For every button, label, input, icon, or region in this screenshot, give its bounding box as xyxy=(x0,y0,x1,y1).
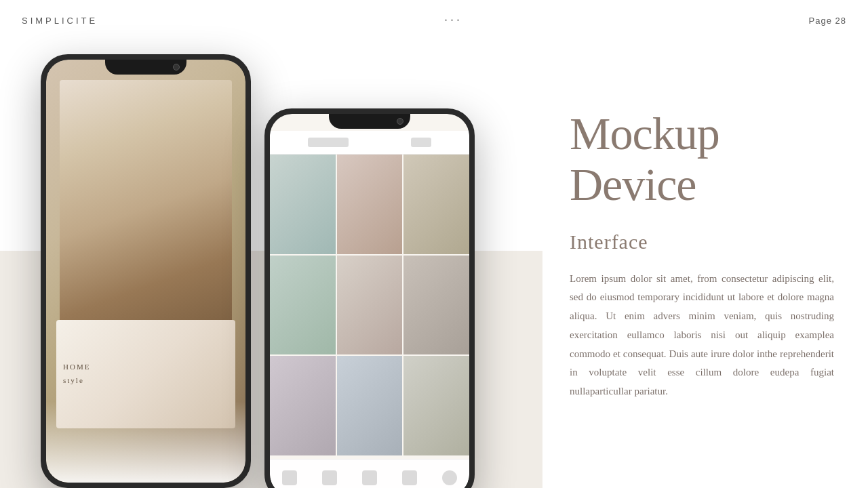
bottom-icon-profile xyxy=(442,470,457,485)
app-bottom-bar xyxy=(270,459,469,488)
phone-right xyxy=(264,108,475,488)
grid-item-8 xyxy=(337,356,403,455)
phones-section: HOME style xyxy=(0,41,542,488)
dots-menu[interactable]: ··· xyxy=(444,13,462,28)
main-title-line1: Mockup xyxy=(570,108,719,159)
page-number: Page 28 xyxy=(809,16,846,26)
grid-item-2 xyxy=(337,155,403,254)
phone-screen-left: HOME style xyxy=(46,60,245,483)
magazine-text: HOME xyxy=(63,361,229,374)
magazine-subtext: style xyxy=(63,374,229,388)
bottom-icon-home xyxy=(282,470,297,485)
bottom-icon-add xyxy=(362,470,377,485)
subtitle: Interface xyxy=(570,230,834,253)
header: SIMPLICITE ··· Page 28 xyxy=(0,0,868,41)
bottom-icon-search xyxy=(322,470,337,485)
app-menu-icon xyxy=(411,138,431,147)
grid-item-9 xyxy=(403,356,469,455)
grid-item-7 xyxy=(270,356,336,455)
phone-left: HOME style xyxy=(41,54,251,488)
grid-item-6 xyxy=(403,256,469,355)
logo: SIMPLICITE xyxy=(22,16,98,26)
app-grid xyxy=(270,155,469,455)
phone-camera-right xyxy=(397,118,403,125)
phone-frame-right xyxy=(264,108,475,488)
main-title-line2: Device xyxy=(570,159,696,210)
phone-screen-right xyxy=(270,114,469,488)
text-section: Mockup Device Interface Lorem ipsum dolo… xyxy=(542,41,868,488)
grid-item-3 xyxy=(403,155,469,254)
phone-camera-left xyxy=(173,64,180,70)
phone-frame-left: HOME style xyxy=(41,54,251,488)
main-content: HOME style xyxy=(0,41,868,488)
main-title: Mockup Device xyxy=(570,108,834,210)
app-header-right xyxy=(270,131,469,155)
grid-item-5 xyxy=(337,256,403,355)
bottom-icon-heart xyxy=(402,470,417,485)
grid-item-4 xyxy=(270,256,336,355)
app-username xyxy=(308,138,349,147)
description: Lorem ipsum dolor sit amet, from consect… xyxy=(570,270,834,401)
magazine-overlay: HOME style xyxy=(56,320,235,428)
grid-item-1 xyxy=(270,155,336,254)
